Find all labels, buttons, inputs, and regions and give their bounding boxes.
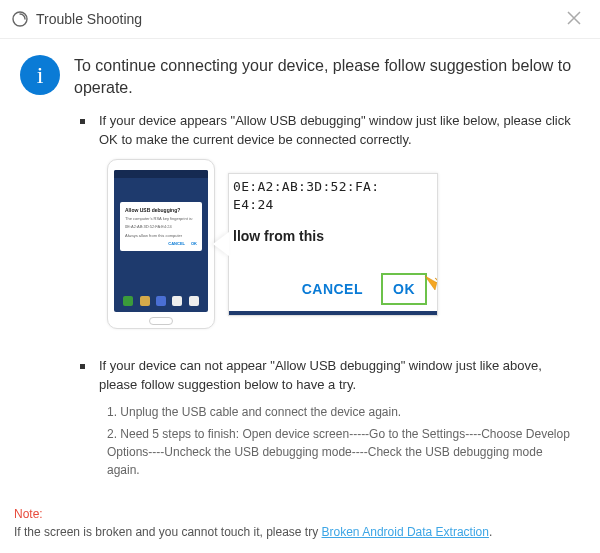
step-2: 2. Need 5 steps to finish: Open device s… bbox=[107, 425, 576, 479]
instruction-item-1: If your device appears "Allow USB debugg… bbox=[80, 112, 576, 348]
title-bar: Trouble Shooting bbox=[0, 0, 600, 39]
dialog-title: Trouble Shooting bbox=[36, 11, 560, 27]
fingerprint-line2: E4:24 bbox=[233, 197, 274, 212]
note-label: Note: bbox=[14, 507, 43, 521]
fingerprint-line1: 0E:A2:AB:3D:52:FA: bbox=[233, 179, 379, 194]
ok-button-mock: OK bbox=[381, 273, 427, 305]
phone-mockup: Allow USB debugging? The computer's RSA … bbox=[107, 159, 215, 329]
cancel-button-mock: CANCEL bbox=[302, 281, 363, 297]
note-text: If the screen is broken and you cannot t… bbox=[14, 525, 322, 539]
dialog-closeup: 0E:A2:AB:3D:52:FA: E4:24 llow from this … bbox=[228, 173, 438, 316]
content-area: i To continue connecting your device, pl… bbox=[0, 39, 600, 501]
close-button[interactable] bbox=[560, 8, 588, 30]
step-1: 1. Unplug the USB cable and connect the … bbox=[107, 403, 576, 421]
app-icon bbox=[12, 11, 28, 27]
instruction-list: If your device appears "Allow USB debugg… bbox=[80, 112, 576, 483]
instruction-text-1: If your device appears "Allow USB debugg… bbox=[99, 112, 576, 150]
heading-text: To continue connecting your device, plea… bbox=[74, 55, 576, 100]
closeup-mid-text: llow from this bbox=[229, 214, 437, 244]
illustration: Allow USB debugging? The computer's RSA … bbox=[107, 159, 576, 329]
info-icon: i bbox=[20, 55, 60, 95]
instruction-item-2: If your device can not appear "Allow USB… bbox=[80, 357, 576, 483]
note-section: Note: If the screen is broken and you ca… bbox=[14, 505, 586, 541]
steps-list: 1. Unplug the USB cable and connect the … bbox=[107, 403, 576, 479]
bullet-icon bbox=[80, 364, 85, 369]
instruction-text-2: If your device can not appear "Allow USB… bbox=[99, 357, 576, 395]
pointer-arrow-icon bbox=[423, 270, 438, 309]
note-suffix: . bbox=[489, 525, 492, 539]
phone-dialog-mock: Allow USB debugging? The computer's RSA … bbox=[120, 202, 202, 251]
broken-android-link[interactable]: Broken Android Data Extraction bbox=[322, 525, 489, 539]
callout-arrow bbox=[213, 232, 229, 256]
header-row: i To continue connecting your device, pl… bbox=[20, 55, 576, 100]
bullet-icon bbox=[80, 119, 85, 124]
